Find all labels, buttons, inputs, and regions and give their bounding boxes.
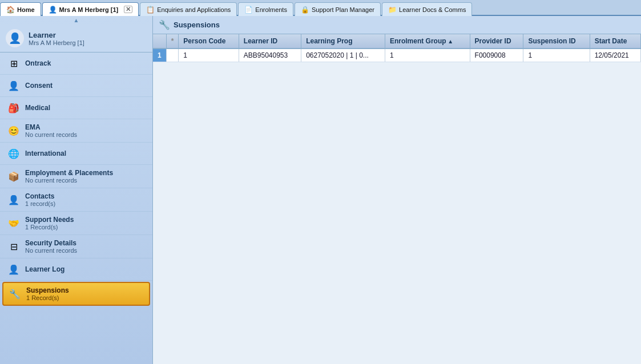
tab-home-label: Home <box>17 6 35 13</box>
sidebar-header: 👤 Learner Mrs A M Herberg [1] <box>0 25 152 52</box>
support-needs-sub: 1 Record(s) <box>25 224 74 230</box>
sidebar-item-international[interactable]: 🌐 International <box>0 143 152 165</box>
international-icon: 🌐 <box>7 147 21 160</box>
col-start-date[interactable]: Start Date <box>590 34 640 48</box>
suspensions-sub: 1 Record(s) <box>26 294 69 301</box>
learner-log-icon: 👤 <box>7 262 21 276</box>
tab-enquiries-label: Enquiries and Applications <box>157 6 231 13</box>
row-learning-prog-cell: 0627052020 | 1 | 0... <box>301 48 385 62</box>
sidebar-item-security[interactable]: ⊟ Security Details No current records <box>0 235 152 258</box>
tab-learner-docs[interactable]: 📁 Learner Docs & Comms <box>382 2 472 16</box>
col-enrolment-group[interactable]: Enrolment Group <box>385 34 470 48</box>
employment-sub: No current records <box>25 177 113 184</box>
row-provider-id-cell: F0009008 <box>470 48 523 62</box>
ema-icon: 😊 <box>7 124 21 137</box>
table-row[interactable]: 1 1 ABB95040953 0627052020 | 1 | 0... 1 … <box>153 48 641 62</box>
consent-label: Consent <box>25 82 53 90</box>
suspensions-label: Suspensions <box>26 286 69 294</box>
sidebar-item-suspensions[interactable]: 🔧 Suspensions 1 Record(s) <box>2 282 150 306</box>
tab-enquiries[interactable]: 📋 Enquiries and Applications <box>140 2 237 16</box>
tab-bar: 🏠 Home 👤 Mrs A M Herberg [1] ✕ 📋 Enquiri… <box>0 0 641 16</box>
international-label: International <box>25 149 66 157</box>
suspensions-icon: 🔧 <box>8 287 22 301</box>
support-tab-icon: 🔒 <box>301 6 309 14</box>
tab-learner-docs-label: Learner Docs & Comms <box>399 6 466 13</box>
ema-sub: No current records <box>25 131 77 138</box>
col-person-code[interactable]: Person Code <box>179 34 239 48</box>
ontrack-label: Ontrack <box>25 59 51 67</box>
content-area: 🔧 Suspensions * Person Code Learner ID L… <box>153 16 641 364</box>
sidebar-collapse-arrow[interactable]: ▲ <box>0 16 152 25</box>
employment-label: Employment & Placements <box>25 169 113 177</box>
tab-home[interactable]: 🏠 Home <box>0 2 41 16</box>
security-sub: No current records <box>25 247 77 254</box>
ema-label: EMA <box>25 123 77 131</box>
row-learner-id-cell: ABB95040953 <box>239 48 301 62</box>
tab-enrolments[interactable]: 📄 Enrolments <box>238 2 293 16</box>
row-marker-cell: 1 <box>153 48 166 62</box>
col-suspension-id[interactable]: Suspension ID <box>523 34 590 48</box>
tab-support-label: Support Plan Manager <box>312 6 374 13</box>
learner-docs-tab-icon: 📁 <box>388 6 397 14</box>
sidebar-item-consent[interactable]: 👤 Consent <box>0 75 152 97</box>
support-needs-label: Support Needs <box>25 216 74 224</box>
sidebar-header-sub: Mrs A M Herberg [1] <box>29 39 84 46</box>
col-asterisk[interactable]: * <box>166 34 179 48</box>
security-icon: ⊟ <box>7 240 21 253</box>
sidebar: ▲ 👤 Learner Mrs A M Herberg [1] ⊞ Ontrac… <box>0 16 153 364</box>
medical-icon: 🎒 <box>7 101 21 115</box>
tab-enrolments-label: Enrolments <box>255 6 287 13</box>
sidebar-item-medical[interactable]: 🎒 Medical <box>0 97 152 119</box>
contacts-label: Contacts <box>25 192 55 200</box>
content-header-icon: 🔧 <box>159 19 170 30</box>
row-suspension-id-cell: 1 <box>523 48 590 62</box>
row-asterisk-cell <box>166 48 179 62</box>
content-header: 🔧 Suspensions <box>153 16 641 34</box>
tab-learner-close[interactable]: ✕ <box>124 6 132 13</box>
ontrack-icon: ⊞ <box>7 56 21 70</box>
table-container: * Person Code Learner ID Learning Prog E… <box>153 34 641 364</box>
sidebar-item-ontrack[interactable]: ⊞ Ontrack <box>0 52 152 75</box>
row-enrolment-group-cell: 1 <box>385 48 470 62</box>
sidebar-item-ema[interactable]: 😊 EMA No current records <box>0 119 152 143</box>
learner-log-label: Learner Log <box>25 265 64 273</box>
suspensions-table: * Person Code Learner ID Learning Prog E… <box>153 34 641 62</box>
tab-learner[interactable]: 👤 Mrs A M Herberg [1] ✕ <box>42 2 139 16</box>
home-icon: 🏠 <box>6 6 15 14</box>
enquiries-tab-icon: 📋 <box>146 6 155 14</box>
sidebar-item-learner-log[interactable]: 👤 Learner Log <box>0 258 152 281</box>
col-learning-prog[interactable]: Learning Prog <box>301 34 385 48</box>
employment-icon: 📦 <box>7 169 21 183</box>
sidebar-item-employment[interactable]: 📦 Employment & Placements No current rec… <box>0 165 152 188</box>
contacts-sub: 1 record(s) <box>25 200 55 207</box>
contacts-icon: 👤 <box>7 193 21 207</box>
sidebar-item-contacts[interactable]: 👤 Contacts 1 record(s) <box>0 188 152 212</box>
sidebar-item-support-needs[interactable]: 🤝 Support Needs 1 Record(s) <box>0 212 152 235</box>
tab-learner-label: Mrs A M Herberg [1] <box>59 6 119 13</box>
learner-avatar: 👤 <box>6 29 24 47</box>
support-needs-icon: 🤝 <box>7 216 21 230</box>
enrolments-tab-icon: 📄 <box>244 6 253 14</box>
consent-icon: 👤 <box>7 79 21 92</box>
row-start-date-cell: 12/05/2021 <box>590 48 640 62</box>
table-header-row: * Person Code Learner ID Learning Prog E… <box>153 34 641 48</box>
sidebar-header-name: Learner <box>29 31 84 39</box>
medical-label: Medical <box>25 104 50 112</box>
col-learner-id[interactable]: Learner ID <box>239 34 301 48</box>
security-label: Security Details <box>25 239 77 247</box>
row-person-code-cell: 1 <box>179 48 239 62</box>
col-row-marker <box>153 34 166 48</box>
main-layout: ▲ 👤 Learner Mrs A M Herberg [1] ⊞ Ontrac… <box>0 16 641 364</box>
learner-tab-icon: 👤 <box>49 6 57 14</box>
col-provider-id[interactable]: Provider ID <box>470 34 523 48</box>
content-title: Suspensions <box>174 21 220 29</box>
tab-support[interactable]: 🔒 Support Plan Manager <box>295 2 381 16</box>
